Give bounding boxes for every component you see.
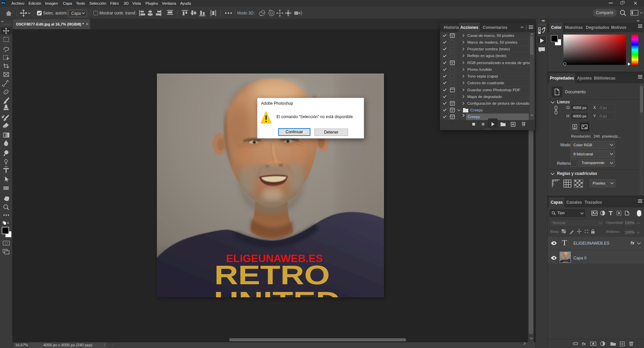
svg-text:Modo 3D:: Modo 3D: [237, 11, 255, 15]
svg-text:»»: »» [1, 20, 4, 23]
svg-text:UNITED: UNITED [214, 286, 340, 297]
svg-text:RETRO: RETRO [214, 260, 330, 290]
svg-text:Compartir: Compartir [596, 10, 614, 15]
svg-text:fx: fx [582, 341, 586, 346]
